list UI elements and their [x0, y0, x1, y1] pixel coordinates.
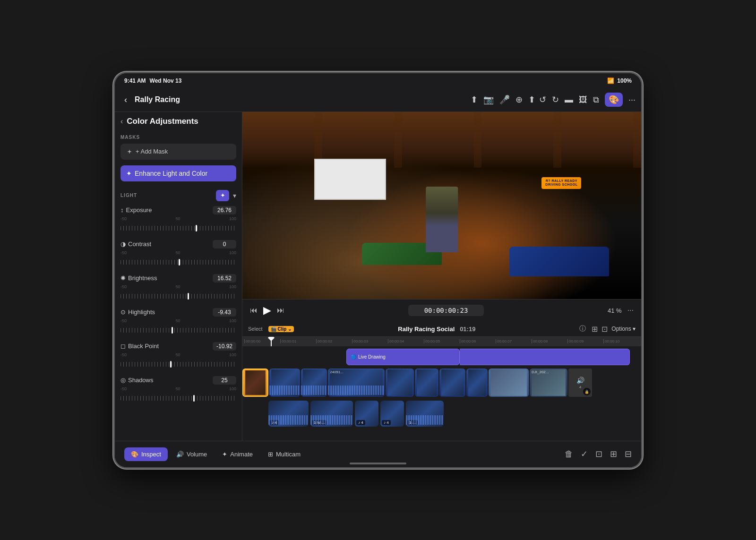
brightness-value[interactable]: 16.52 [213, 274, 236, 283]
clip-label-3: 24091... [330, 370, 344, 374]
timeline-clip-icon[interactable]: ⊡ [601, 325, 608, 334]
clip-label: Clip [278, 326, 287, 332]
add-mask-button[interactable]: ＋ + Add Mask [120, 144, 236, 160]
video-clip-6[interactable] [439, 369, 465, 397]
sync-icon[interactable]: ↻ [552, 94, 559, 105]
blackpoint-value[interactable]: -10.92 [213, 342, 236, 351]
more-options-button[interactable]: ··· [627, 306, 634, 315]
playhead [271, 337, 272, 346]
location-icon[interactable]: ⊕ [515, 94, 523, 105]
clip-icon[interactable]: ▬ [565, 95, 573, 105]
exposure-label: ↕ Exposure [120, 206, 152, 214]
split-button[interactable]: ⊡ [595, 449, 602, 459]
timeline-tracks[interactable]: 🔵 Live Drawing [242, 346, 641, 441]
animate-icon: ✦ [222, 451, 227, 458]
clip-label-dji: DJI_202... [532, 370, 549, 374]
exposure-slider[interactable] [120, 224, 236, 232]
track-icon-badge: 🔒 [583, 388, 591, 395]
video-clip-dji[interactable]: DJI_202... [530, 369, 567, 397]
chevron-down-icon[interactable]: ▾ [233, 192, 236, 199]
broll-clip-1[interactable]: ♪ 4 [268, 401, 309, 427]
brightness-slider[interactable] [120, 292, 236, 300]
waveform-1 [269, 386, 300, 395]
broll-clip-5[interactable]: 1-... [406, 401, 444, 427]
panel-back-button[interactable]: ‹ [120, 117, 123, 126]
export-icon[interactable]: ⬆ [471, 94, 478, 105]
highlights-slider[interactable] [120, 326, 236, 334]
timeline-controls-right: ⊞ ⊡ Options ▾ [592, 325, 636, 334]
video-clip-1[interactable] [269, 369, 300, 397]
shadows-slider[interactable] [120, 394, 236, 403]
broll-clip-4[interactable]: ♪ 4 [380, 401, 404, 427]
highlights-row: ⊙ Highlights -9.43 [120, 308, 236, 317]
photo-icon[interactable]: 🖼 [579, 95, 587, 105]
brightness-track [120, 294, 236, 299]
title-clip[interactable]: 🔵 Live Drawing [346, 349, 460, 365]
brightness-adjustment: ✺ Brightness 16.52 -5050100 [115, 271, 242, 305]
light-toggle-button[interactable]: ✦ [216, 190, 229, 201]
options-button[interactable]: Options ▾ [611, 326, 636, 332]
video-clip-8[interactable] [489, 369, 529, 397]
info-icon[interactable]: ⓘ [579, 325, 586, 333]
project-title: Rally Racing [135, 95, 467, 104]
tab-volume[interactable]: 🔊 Volume [170, 447, 214, 461]
brightness-thumb [188, 293, 189, 300]
overlay-icon[interactable]: ⧉ [593, 95, 599, 105]
video-clip-5[interactable] [415, 369, 438, 397]
timeline-area: Select 🎬 Clip ⌄ Rally Racing Social 01:1… [242, 322, 641, 441]
blackpoint-icon: ◻ [120, 343, 126, 350]
status-bar: 9:41 AM Wed Nov 13 📶 100% [115, 73, 641, 88]
ruler-mark: 00:00:00 [244, 339, 280, 343]
play-button[interactable]: ▶ [263, 304, 271, 317]
camera-icon[interactable]: 📷 [483, 94, 494, 105]
more-icon[interactable]: ··· [628, 95, 636, 105]
skip-back-button[interactable]: ⏮ [250, 306, 258, 315]
status-time: 9:41 AM [124, 77, 146, 84]
brightness-icon: ✺ [120, 274, 126, 282]
share-icon[interactable]: ⬆ [528, 94, 535, 105]
timeline-grid-icon[interactable]: ⊞ [592, 325, 598, 334]
broll-clip-2[interactable]: 1-Wi... [310, 401, 353, 427]
tab-multicam[interactable]: ⊞ Multicam [261, 447, 307, 461]
video-clip-2[interactable] [301, 369, 327, 397]
delete-button[interactable]: 🗑 [565, 449, 573, 459]
broll-waveform-2 [310, 415, 353, 425]
skip-forward-button[interactable]: ⏭ [277, 306, 284, 315]
tab-inspect[interactable]: 🎨 Inspect [124, 447, 168, 461]
enhance-button[interactable]: ✦ Enhance Light and Color [120, 165, 236, 181]
bottom-actions: 🗑 ✓ ⊡ ⊞ ⊟ [565, 449, 632, 459]
tab-animate[interactable]: ✦ Animate [215, 447, 259, 461]
contrast-value[interactable]: 0 [213, 240, 236, 249]
status-left: 9:41 AM Wed Nov 13 [124, 77, 181, 84]
contrast-slider[interactable] [120, 258, 236, 266]
shadows-value[interactable]: 25 [213, 376, 236, 385]
video-clip-yellow[interactable] [242, 369, 268, 397]
broll-clip-3[interactable]: ♪ 4 [355, 401, 378, 427]
shadows-thumb [193, 395, 195, 402]
masks-label: MASKS [115, 131, 242, 142]
broll-waveform-1 [268, 415, 309, 425]
multicam-button[interactable]: ⊞ [610, 449, 617, 459]
blackpoint-row: ◻ Black Point -10.92 [120, 342, 236, 351]
confirm-button[interactable]: ✓ [581, 449, 588, 459]
timeline-header: Select 🎬 Clip ⌄ Rally Racing Social 01:1… [242, 322, 641, 337]
back-button[interactable]: ‹ [120, 93, 131, 107]
video-clip-7[interactable] [466, 369, 488, 397]
shadows-label: ◎ Shadows [120, 377, 153, 384]
video-clip-4[interactable] [386, 369, 414, 397]
color-icon[interactable]: 🎨 [605, 93, 623, 107]
detach-button[interactable]: ⊟ [625, 449, 632, 459]
clip-thumbnail-7 [468, 369, 486, 396]
exposure-adjustment: ↕ Exposure 26.76 -5050100 [115, 203, 242, 237]
video-clip-end[interactable]: 🔊 4 🔒 [568, 369, 592, 397]
shadows-adjustment: ◎ Shadows 25 -5050100 [115, 373, 242, 407]
video-clip-3[interactable]: 24091... [328, 369, 385, 397]
blackpoint-slider[interactable] [120, 360, 236, 369]
timeline-title: Rally Racing Social 01:19 [300, 326, 574, 333]
exposure-value[interactable]: 26.76 [213, 206, 236, 214]
wifi-icon: 📶 [607, 77, 614, 84]
playback-controls: ⏮ ▶ ⏭ 00:00:00:23 41 % ··· [242, 299, 641, 322]
mic-icon[interactable]: 🎤 [499, 94, 510, 105]
rewind-icon[interactable]: ↺ [539, 94, 546, 105]
highlights-value[interactable]: -9.43 [213, 308, 236, 317]
